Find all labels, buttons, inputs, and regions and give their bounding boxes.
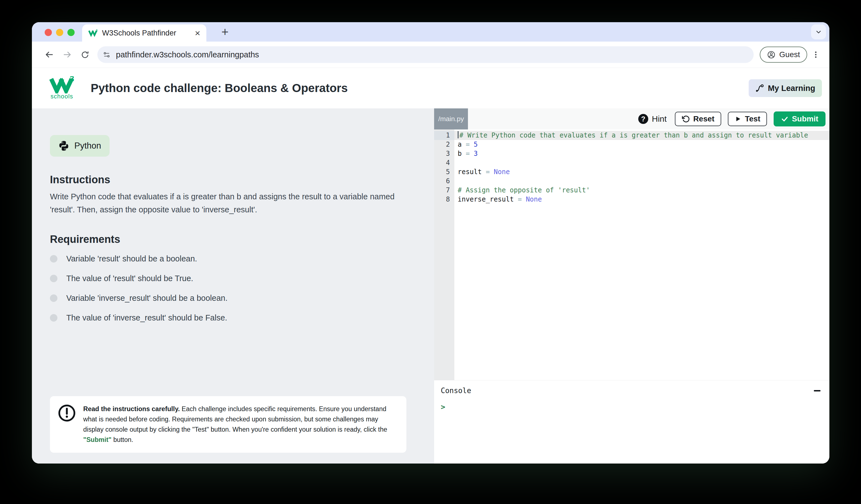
text-cursor: [458, 131, 459, 138]
reload-icon: [80, 50, 90, 59]
w3schools-favicon-icon: 3: [88, 29, 98, 37]
site-settings-icon[interactable]: [102, 51, 111, 59]
code-line[interactable]: 6: [434, 177, 829, 186]
console-title: Console: [441, 387, 471, 395]
line-number: 6: [434, 177, 454, 186]
notice-text: Read the instructions carefully. Each ch…: [83, 404, 399, 445]
minimize-window-button[interactable]: [56, 29, 63, 36]
question-mark-icon: ?: [638, 114, 648, 124]
code-line[interactable]: 4: [434, 158, 829, 167]
python-logo-icon: [58, 140, 69, 151]
requirement-item: The value of 'inverse_result' should be …: [50, 313, 434, 322]
instructions-text: Write Python code that evaluates if a is…: [50, 190, 411, 216]
requirement-text: Variable 'inverse_result' should be a bo…: [66, 294, 228, 303]
kebab-menu-icon: [811, 51, 820, 59]
requirement-status-icon: [50, 275, 57, 282]
rotate-ccw-icon: [682, 115, 690, 123]
requirement-text: Variable 'result' should be a boolean.: [66, 254, 197, 263]
requirements-heading: Requirements: [50, 234, 434, 246]
learning-path-icon: [755, 84, 764, 93]
editor-toolbar: /main.py ? Hint Reset: [434, 108, 829, 129]
line-number: 5: [434, 167, 454, 177]
submit-button[interactable]: Submit: [774, 111, 825, 126]
requirement-text: The value of 'result' should be True.: [66, 274, 193, 283]
notice-submit-word: "Submit": [83, 436, 111, 443]
back-button[interactable]: [41, 46, 57, 62]
new-tab-button[interactable]: +: [218, 25, 232, 38]
reload-button[interactable]: [77, 46, 93, 62]
hint-label: Hint: [652, 114, 667, 124]
requirement-item: Variable 'result' should be a boolean.: [50, 254, 434, 263]
url-bar[interactable]: pathfinder.w3schools.com/learningpaths: [97, 46, 754, 63]
console-header: Console: [441, 387, 824, 395]
close-window-button[interactable]: [45, 29, 52, 36]
test-button[interactable]: Test: [728, 112, 767, 126]
w3schools-logo[interactable]: 3 schools: [48, 76, 76, 100]
instructions-heading: Instructions: [50, 174, 434, 186]
requirement-status-icon: [50, 255, 57, 263]
reset-label: Reset: [693, 114, 714, 123]
browser-menu-button[interactable]: [809, 46, 823, 62]
code-line[interactable]: 3b = 3: [434, 149, 829, 158]
tab-title: W3Schools Pathfinder: [102, 29, 190, 38]
browser-toolbar: pathfinder.w3schools.com/learningpaths G…: [32, 42, 829, 68]
code-line[interactable]: 7# Assign the opposite of 'result': [434, 186, 829, 195]
language-badge: Python: [50, 135, 110, 157]
requirement-item: Variable 'inverse_result' should be a bo…: [50, 294, 434, 303]
line-number: 4: [434, 158, 454, 167]
code-line[interactable]: 1# Write Python code that evaluates if a…: [434, 131, 829, 140]
svg-text:3: 3: [70, 76, 74, 83]
hint-button[interactable]: ? Hint: [637, 114, 668, 124]
logo-schools-text: schools: [51, 93, 73, 100]
code-line[interactable]: 5result = None: [434, 167, 829, 177]
line-number: 2: [434, 140, 454, 149]
instructions-panel: Python Instructions Write Python code th…: [32, 108, 434, 463]
svg-text:3: 3: [96, 29, 98, 32]
url-text: pathfinder.w3schools.com/learningpaths: [116, 50, 259, 59]
forward-arrow-icon: [62, 50, 72, 60]
page-title: Python code challenge: Booleans & Operat…: [91, 82, 749, 95]
chevron-down-icon: [815, 28, 822, 36]
requirement-status-icon: [50, 294, 57, 302]
guest-label: Guest: [779, 50, 800, 59]
code-line[interactable]: 8inverse_result = None: [434, 195, 829, 204]
page-header: 3 schools Python code challenge: Boolean…: [32, 68, 829, 108]
browser-window: 3 W3Schools Pathfinder × +: [32, 22, 829, 463]
checkmark-icon: [781, 115, 789, 123]
line-number: 8: [434, 195, 454, 204]
window-controls: [45, 29, 74, 36]
back-arrow-icon: [44, 50, 54, 60]
guest-avatar-icon: [767, 51, 776, 59]
console-minimize-icon[interactable]: [814, 390, 820, 391]
test-label: Test: [745, 114, 761, 123]
code-editor[interactable]: 1# Write Python code that evaluates if a…: [434, 129, 829, 380]
code-line[interactable]: 2a = 5: [434, 140, 829, 149]
desktop-background: { "browser": { "tab_title": "W3Schools P…: [0, 0, 861, 504]
line-number: 1: [434, 131, 454, 140]
tab-close-icon[interactable]: ×: [195, 28, 200, 38]
notice-tail: button.: [111, 436, 133, 443]
zoom-window-button[interactable]: [67, 29, 74, 36]
console-panel: Console >: [434, 380, 829, 463]
alert-circle-icon: [58, 404, 76, 422]
console-prompt: >: [441, 403, 824, 411]
play-icon: [735, 115, 742, 123]
language-label: Python: [74, 141, 101, 151]
forward-button[interactable]: [59, 46, 75, 62]
requirement-item: The value of 'result' should be True.: [50, 274, 434, 283]
w3-logo-icon: 3: [49, 76, 74, 94]
tab-search-button[interactable]: [811, 24, 826, 39]
requirements-list: Variable 'result' should be a boolean. T…: [50, 254, 434, 322]
submit-label: Submit: [792, 114, 818, 123]
line-number: 7: [434, 186, 454, 195]
requirement-text: The value of 'inverse_result' should be …: [66, 313, 227, 322]
editor-actions: ? Hint Reset Test: [637, 111, 829, 126]
browser-tab[interactable]: 3 W3Schools Pathfinder ×: [82, 24, 206, 42]
line-number: 3: [434, 149, 454, 158]
file-tab[interactable]: /main.py: [434, 108, 468, 129]
notice-lead: Read the instructions carefully.: [83, 405, 180, 412]
editor-panel: /main.py ? Hint Reset: [434, 108, 829, 463]
reset-button[interactable]: Reset: [675, 112, 721, 126]
my-learning-button[interactable]: My Learning: [749, 79, 822, 97]
guest-button[interactable]: Guest: [760, 46, 807, 62]
